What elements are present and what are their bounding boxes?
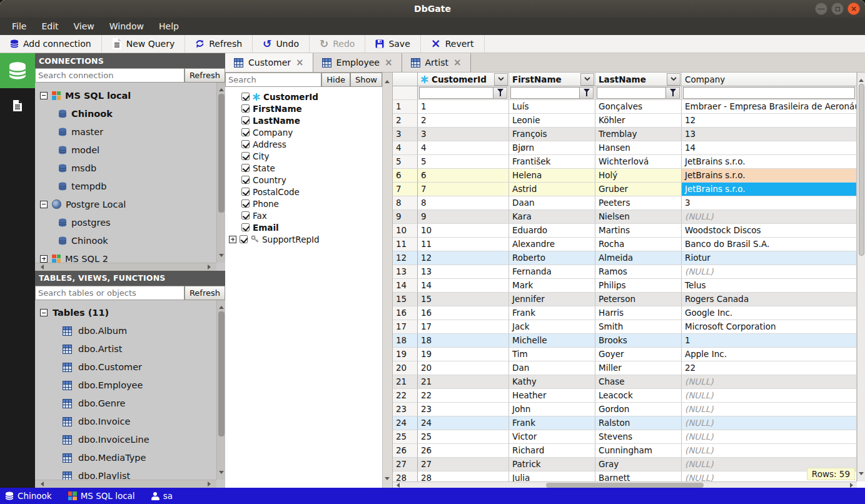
grid-horizontal-scrollbar[interactable]: [393, 481, 857, 488]
grid-cell[interactable]: Astrid: [509, 183, 595, 196]
grid-cell[interactable]: Alexandre: [509, 238, 595, 251]
row-number[interactable]: 19: [393, 348, 418, 361]
connection-item-chinook[interactable]: Chinook: [40, 231, 216, 249]
checkbox-checked-icon[interactable]: [241, 188, 250, 196]
undo-button[interactable]: ↺Undo: [253, 35, 310, 53]
tab-customer[interactable]: Customer×: [225, 53, 313, 72]
grid-cell[interactable]: (NULL): [682, 403, 857, 416]
connection-item-chinook[interactable]: Chinook: [40, 104, 216, 123]
grid-cell[interactable]: 7: [418, 183, 509, 196]
expand-icon[interactable]: [229, 236, 236, 243]
grid-cell[interactable]: (NULL): [682, 375, 857, 389]
checkbox-checked-icon[interactable]: [241, 140, 250, 148]
grid-cell[interactable]: JetBrains s.r.o.: [682, 183, 857, 196]
grid-cell[interactable]: Richard: [509, 444, 595, 458]
row-number[interactable]: 15: [393, 293, 418, 306]
maximize-button[interactable]: [831, 3, 844, 15]
grid-cell[interactable]: 5: [418, 155, 509, 169]
checkbox-checked-icon[interactable]: [241, 128, 250, 136]
grid-cell[interactable]: Kathy: [509, 375, 595, 389]
grid-cell[interactable]: Smith: [595, 320, 682, 334]
connection-item-master[interactable]: master: [40, 123, 216, 141]
column-toggle-phone[interactable]: Phone: [225, 198, 382, 209]
grid-cell[interactable]: Jennifer: [509, 293, 595, 306]
grid-cell[interactable]: 4: [418, 141, 509, 155]
column-header-lastname[interactable]: LastName: [595, 73, 682, 86]
grid-cell[interactable]: (NULL): [682, 444, 857, 458]
files-widget-button[interactable]: [0, 88, 35, 123]
tables-vertical-scrollbar[interactable]: [216, 300, 225, 480]
column-toggle-firstname[interactable]: FirstName: [225, 103, 382, 114]
grid-cell[interactable]: Goyer: [595, 348, 682, 361]
grid-cell[interactable]: Embraer - Empresa Brasileira de Aeronáut…: [682, 100, 857, 114]
add-connection-button[interactable]: Add connection: [0, 35, 102, 53]
tables-group[interactable]: Tables (11): [40, 304, 216, 322]
checkbox-checked-icon[interactable]: [240, 235, 248, 243]
grid-cell[interactable]: Helena: [509, 169, 595, 183]
grid-cell[interactable]: Wichterlová: [595, 155, 682, 169]
checkbox-checked-icon[interactable]: [241, 176, 250, 184]
grid-cell[interactable]: Mark: [509, 279, 595, 293]
grid-cell[interactable]: Harris: [595, 306, 682, 320]
grid-cell[interactable]: 9: [418, 210, 509, 224]
grid-cell[interactable]: Woodstock Discos: [682, 224, 857, 238]
status-chinook[interactable]: Chinook: [5, 491, 52, 501]
grid-cell[interactable]: Hansen: [595, 141, 682, 155]
collapse-icon[interactable]: [40, 92, 48, 99]
save-button[interactable]: Save: [365, 35, 420, 53]
tab-artist[interactable]: Artist×: [402, 53, 471, 72]
collapse-icon[interactable]: [40, 201, 48, 208]
grid-cell[interactable]: 2: [418, 114, 509, 128]
grid-cell[interactable]: 1: [682, 334, 857, 348]
row-number[interactable]: 20: [393, 361, 418, 375]
grid-cell[interactable]: 28: [418, 471, 509, 481]
grid-cell[interactable]: Philips: [595, 279, 682, 293]
column-toggle-state[interactable]: State: [225, 162, 382, 174]
column-dropdown-button[interactable]: [580, 73, 594, 86]
grid-cell[interactable]: Kara: [509, 210, 595, 224]
grid-cell[interactable]: Julia: [509, 471, 595, 481]
grid-cell[interactable]: Patrick: [509, 458, 595, 471]
checkbox-checked-icon[interactable]: [241, 152, 250, 160]
tab-close-icon[interactable]: ×: [296, 57, 304, 68]
expand-icon[interactable]: [40, 255, 48, 263]
grid-cell[interactable]: 3: [682, 196, 857, 210]
grid-cell[interactable]: 18: [418, 334, 509, 348]
column-header-customerid[interactable]: CustomerId: [418, 73, 509, 86]
row-number[interactable]: 14: [393, 279, 418, 293]
table-item-dbo.invoiceline[interactable]: dbo.InvoiceLine: [40, 431, 216, 449]
connections-refresh-button[interactable]: Refresh: [185, 68, 225, 83]
minimize-button[interactable]: —: [815, 3, 827, 15]
grid-cell[interactable]: 16: [418, 306, 509, 320]
grid-cell[interactable]: Peterson: [595, 293, 682, 306]
table-item-dbo.artist[interactable]: dbo.Artist: [40, 340, 216, 358]
grid-cell[interactable]: JetBrains s.r.o.: [682, 155, 857, 169]
grid-cell[interactable]: 13: [682, 128, 857, 141]
checkbox-checked-icon[interactable]: [241, 93, 250, 101]
grid-cell[interactable]: 24: [418, 416, 509, 430]
menu-edit[interactable]: Edit: [34, 19, 65, 33]
tables-search-input[interactable]: [35, 286, 185, 300]
connections-search-input[interactable]: [35, 68, 185, 83]
table-item-dbo.album[interactable]: dbo.Album: [40, 322, 216, 340]
status-sa[interactable]: sa: [151, 491, 173, 501]
menu-window[interactable]: Window: [103, 19, 151, 33]
grid-cell[interactable]: (NULL): [682, 430, 857, 444]
row-number[interactable]: 23: [393, 403, 418, 416]
grid-cell[interactable]: Frank: [509, 306, 595, 320]
connection-item-postgre-local[interactable]: Postgre Local: [40, 195, 216, 213]
grid-cell[interactable]: 1: [418, 100, 509, 114]
grid-cell[interactable]: (NULL): [682, 265, 857, 279]
grid-cell[interactable]: Jack: [509, 320, 595, 334]
connections-vertical-scrollbar[interactable]: [216, 83, 225, 263]
revert-button[interactable]: ×Revert: [421, 35, 485, 53]
grid-cell[interactable]: Miller: [595, 361, 682, 375]
refresh-button[interactable]: Refresh: [185, 35, 253, 53]
grid-cell[interactable]: Telus: [682, 279, 857, 293]
grid-cell[interactable]: François: [509, 128, 595, 141]
filter-input-firstname[interactable]: [510, 87, 580, 99]
row-number[interactable]: 4: [393, 141, 418, 155]
grid-cell[interactable]: Peeters: [595, 196, 682, 210]
grid-cell[interactable]: Köhler: [595, 114, 682, 128]
checkbox-checked-icon[interactable]: [241, 164, 250, 172]
